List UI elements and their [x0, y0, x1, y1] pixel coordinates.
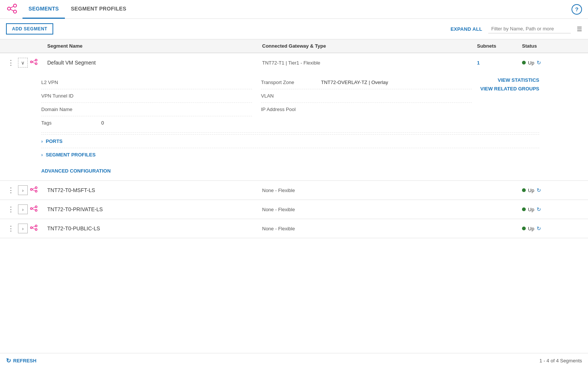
- svg-line-24: [32, 228, 35, 229]
- ports-chevron-icon: ›: [41, 139, 43, 144]
- filter-icon[interactable]: ☰: [577, 26, 582, 33]
- help-button[interactable]: ?: [572, 4, 582, 15]
- vpn-tunnel-label: VPN Tunnel ID: [41, 93, 101, 99]
- filter-input[interactable]: [488, 24, 571, 33]
- svg-point-21: [35, 225, 37, 227]
- status-dot-1: [522, 61, 526, 65]
- svg-point-17: [35, 209, 37, 211]
- svg-point-0: [8, 7, 10, 10]
- row-controls-1: ⋮ ∨: [6, 58, 47, 68]
- svg-point-11: [35, 187, 37, 189]
- detail-vlan: VLAN: [261, 89, 472, 102]
- svg-point-20: [30, 227, 32, 229]
- ports-toggle-button[interactable]: › PORTS: [41, 138, 63, 144]
- table-row: ⋮ › TNT72-T0-PRIVATE-LS None - Flexible: [0, 200, 588, 219]
- row-controls-4: ⋮ ›: [6, 224, 47, 233]
- svg-point-2: [14, 10, 16, 13]
- detail-ip-address-pool: IP Address Pool: [261, 102, 472, 116]
- segment-profiles-section: › SEGMENT PROFILES: [41, 148, 539, 161]
- ports-label: PORTS: [46, 138, 63, 144]
- status-text-3: Up: [528, 207, 534, 212]
- connected-gw-1: TNT72-T1 | Tier1 - Flexible: [262, 60, 477, 66]
- tab-segments[interactable]: SEGMENTS: [22, 0, 65, 19]
- transport-zone-value: TNT72-OVERLAY-TZ | Overlay: [321, 80, 388, 85]
- segment-profiles-chevron-icon: ›: [41, 152, 43, 158]
- status-dot-3: [522, 207, 526, 211]
- svg-point-1: [14, 4, 16, 7]
- view-statistics-link[interactable]: VIEW STATISTICS: [498, 76, 539, 84]
- svg-line-19: [32, 209, 35, 210]
- table-header: Segment Name Connected Gateway & Type Su…: [0, 39, 588, 53]
- row-main-3[interactable]: ⋮ › TNT72-T0-PRIVATE-LS None - Flexible: [0, 200, 588, 219]
- svg-line-3: [10, 6, 14, 8]
- row-menu-button-1[interactable]: ⋮: [6, 59, 16, 67]
- row-menu-button-2[interactable]: ⋮: [6, 186, 16, 194]
- row-expand-button-3[interactable]: ›: [18, 204, 28, 214]
- detail-vpntunnel: VPN Tunnel ID: [41, 89, 252, 102]
- segment-name-3: TNT72-T0-PRIVATE-LS: [47, 206, 262, 212]
- ip-address-pool-label: IP Address Pool: [261, 107, 321, 112]
- segment-icon-3: [30, 206, 38, 213]
- view-related-groups-link[interactable]: VIEW RELATED GROUPS: [480, 84, 539, 93]
- ports-section: › PORTS: [41, 134, 539, 148]
- add-segment-button[interactable]: ADD SEGMENT: [6, 23, 53, 35]
- connected-gw-2: None - Flexible: [262, 188, 477, 193]
- tab-segment-profiles[interactable]: SEGMENT PROFILES: [65, 0, 132, 19]
- advanced-config-link[interactable]: ADVANCED CONFIGURATION: [41, 164, 111, 174]
- status-cell-3: Up ↻: [522, 206, 582, 212]
- svg-line-23: [32, 226, 35, 227]
- segment-profiles-toggle-button[interactable]: › SEGMENT PROFILES: [41, 152, 96, 158]
- svg-line-13: [32, 188, 35, 189]
- row-menu-button-4[interactable]: ⋮: [6, 224, 16, 233]
- row-main-4[interactable]: ⋮ › TNT72-T0-PUBLIC-LS None - Flexible: [0, 219, 588, 238]
- status-refresh-icon-3[interactable]: ↻: [537, 206, 541, 212]
- segment-icon-4: [30, 225, 38, 232]
- svg-point-7: [35, 63, 37, 65]
- row-expand-button-4[interactable]: ›: [18, 224, 28, 233]
- connected-gw-4: None - Flexible: [262, 226, 477, 231]
- svg-point-12: [35, 190, 37, 192]
- segment-name-4: TNT72-T0-PUBLIC-LS: [47, 225, 262, 231]
- svg-line-4: [10, 9, 14, 11]
- transport-zone-label: Transport Zone: [261, 80, 321, 85]
- row-menu-button-3[interactable]: ⋮: [6, 205, 16, 213]
- detail-transport-zone: Transport Zone TNT72-OVERLAY-TZ | Overla…: [261, 76, 472, 89]
- status-refresh-icon-2[interactable]: ↻: [537, 187, 541, 193]
- row-expand-button-1[interactable]: ∨: [18, 58, 28, 68]
- row-main-2[interactable]: ⋮ › TNT72-T0-MSFT-LS None - Flexible: [0, 181, 588, 200]
- l2vpn-label: L2 VPN: [41, 80, 101, 85]
- segment-profiles-label: SEGMENT PROFILES: [46, 152, 96, 158]
- header-connected-gw: Connected Gateway & Type: [262, 43, 477, 49]
- expand-all-button[interactable]: EXPAND ALL: [450, 26, 482, 32]
- status-dot-2: [522, 188, 526, 192]
- segments-table: Segment Name Connected Gateway & Type Su…: [0, 39, 588, 238]
- svg-point-6: [35, 59, 37, 61]
- row-expand-button-2[interactable]: ›: [18, 185, 28, 195]
- header-status: Status: [522, 43, 582, 49]
- status-text-1: Up: [528, 60, 534, 66]
- detail-domain: Domain Name: [41, 102, 252, 116]
- header-controls: [6, 43, 47, 49]
- segment-detail-1: L2 VPN VPN Tunnel ID Domain Name Tags 0: [0, 72, 588, 180]
- svg-line-18: [32, 207, 35, 208]
- svg-point-15: [30, 208, 32, 210]
- status-cell-4: Up ↻: [522, 225, 582, 231]
- status-text-2: Up: [528, 188, 534, 193]
- tags-value: 0: [101, 120, 104, 126]
- header-segment-name: Segment Name: [47, 43, 262, 49]
- svg-point-5: [30, 61, 32, 63]
- svg-line-9: [32, 62, 35, 63]
- table-row: ⋮ › TNT72-T0-PUBLIC-LS None - Flexible: [0, 219, 588, 238]
- tags-label: Tags: [41, 120, 101, 126]
- status-refresh-icon-1[interactable]: ↻: [537, 60, 541, 66]
- status-refresh-icon-4[interactable]: ↻: [537, 225, 541, 231]
- detail-tags: Tags 0: [41, 116, 252, 129]
- detail-l2vpn: L2 VPN: [41, 76, 252, 89]
- segment-icon-2: [30, 186, 38, 194]
- segment-name-1: Default VM Segment: [47, 60, 262, 66]
- row-main-1[interactable]: ⋮ ∨ Default VM Segment TNT72-T1 | Tier1 …: [0, 53, 588, 72]
- vlan-label: VLAN: [261, 93, 321, 99]
- table-row: ⋮ › TNT72-T0-MSFT-LS None - Flexible: [0, 181, 588, 200]
- status-dot-4: [522, 227, 526, 230]
- subnets-1[interactable]: 1: [477, 60, 522, 66]
